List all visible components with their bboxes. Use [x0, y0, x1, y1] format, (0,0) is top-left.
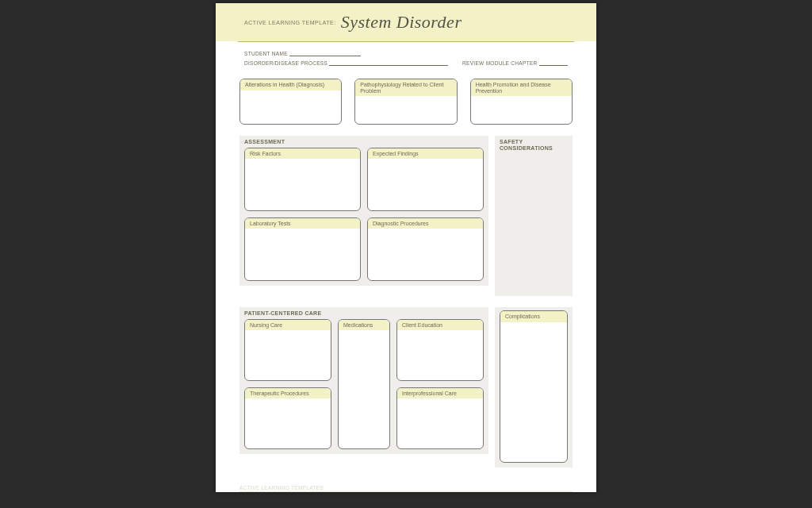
therapeutic-procedures-header: Therapeutic Procedures [245, 388, 331, 399]
diagnostic-procedures-header: Diagnostic Procedures [368, 218, 483, 229]
pathophysiology-card[interactable]: Pathophysiology Related to Client Proble… [354, 79, 457, 125]
review-chapter-field[interactable] [539, 60, 568, 66]
laboratory-tests-card[interactable]: Laboratory Tests [244, 217, 361, 281]
health-promotion-card[interactable]: Health Promotion and Disease Prevention [470, 79, 573, 125]
interprofessional-care-card[interactable]: Interprofessional Care [396, 387, 484, 449]
meta-block: STUDENT NAME DISORDER/DISEASE PROCESS RE… [216, 42, 596, 75]
pcc-title: PATIENT-CENTERED CARE [244, 310, 484, 317]
laboratory-tests-header: Laboratory Tests [245, 218, 360, 229]
client-education-header: Client Education [397, 320, 483, 331]
medications-card[interactable]: Medications [338, 319, 390, 449]
alterations-card[interactable]: Alterations in Health (Diagnosis) [239, 79, 342, 125]
footer-label: ACTIVE LEARNING TEMPLATES [239, 483, 573, 492]
page-header: ACTIVE LEARNING TEMPLATE: System Disorde… [216, 3, 596, 41]
safety-title: SAFETY CONSIDERATIONS [500, 139, 568, 151]
top-row: Alterations in Health (Diagnosis) Pathop… [239, 79, 573, 125]
content-area: Alterations in Health (Diagnosis) Pathop… [216, 75, 596, 483]
header-title: System Disorder [341, 12, 462, 33]
assessment-row: ASSESSMENT Risk Factors Expected Finding… [239, 136, 573, 296]
interprofessional-care-header: Interprofessional Care [397, 388, 483, 399]
safety-panel: SAFETY CONSIDERATIONS [495, 136, 573, 296]
complications-card[interactable]: Complications [500, 310, 568, 463]
expected-findings-header: Expected Findings [368, 148, 483, 160]
header-prefix: ACTIVE LEARNING TEMPLATE: [244, 20, 336, 25]
student-name-field[interactable] [289, 50, 361, 56]
risk-factors-header: Risk Factors [245, 148, 360, 160]
health-promotion-header: Health Promotion and Disease Prevention [471, 79, 572, 96]
student-name-row: STUDENT NAME [244, 50, 568, 56]
review-chapter-label: REVIEW MODULE CHAPTER [462, 60, 537, 66]
worksheet-page: ACTIVE LEARNING TEMPLATE: System Disorde… [216, 3, 596, 492]
pathophysiology-header: Pathophysiology Related to Client Proble… [355, 79, 456, 96]
alterations-header: Alterations in Health (Diagnosis) [240, 79, 341, 90]
disorder-label: DISORDER/DISEASE PROCESS [244, 60, 327, 66]
disorder-row: DISORDER/DISEASE PROCESS REVIEW MODULE C… [244, 60, 568, 66]
disorder-field[interactable] [329, 60, 448, 66]
nursing-care-header: Nursing Care [245, 320, 331, 331]
risk-factors-card[interactable]: Risk Factors [244, 148, 361, 211]
complications-header: Complications [500, 311, 567, 322]
client-education-card[interactable]: Client Education [396, 319, 484, 381]
complications-panel: Complications [495, 307, 573, 468]
page-footer: ACTIVE LEARNING TEMPLATES [216, 483, 596, 492]
document-viewport: ACTIVE LEARNING TEMPLATE: System Disorde… [0, 0, 812, 508]
medications-header: Medications [339, 320, 389, 331]
safety-title-l1: SAFETY [500, 139, 523, 144]
nursing-care-card[interactable]: Nursing Care [244, 319, 331, 381]
assessment-panel: ASSESSMENT Risk Factors Expected Finding… [239, 136, 488, 286]
safety-field[interactable] [500, 153, 568, 291]
assessment-title: ASSESSMENT [244, 139, 484, 145]
therapeutic-procedures-card[interactable]: Therapeutic Procedures [244, 387, 331, 449]
pcc-row: PATIENT-CENTERED CARE Nursing Care Medic… [239, 307, 573, 468]
safety-title-l2: CONSIDERATIONS [500, 145, 553, 151]
student-name-label: STUDENT NAME [244, 51, 288, 56]
pcc-panel: PATIENT-CENTERED CARE Nursing Care Medic… [239, 307, 488, 454]
diagnostic-procedures-card[interactable]: Diagnostic Procedures [367, 217, 484, 281]
expected-findings-card[interactable]: Expected Findings [367, 148, 484, 211]
